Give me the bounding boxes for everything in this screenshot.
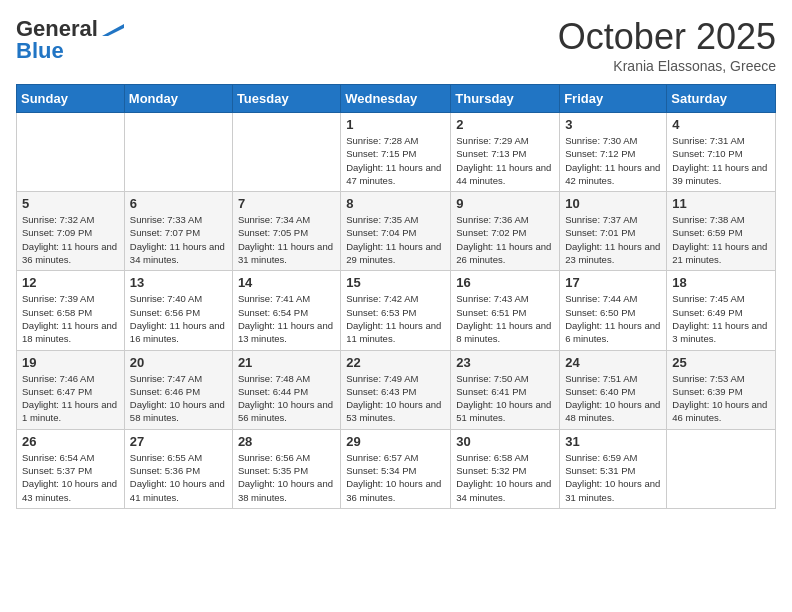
day-info: Sunrise: 7:49 AM Sunset: 6:43 PM Dayligh… bbox=[346, 372, 445, 425]
day-info: Sunrise: 7:44 AM Sunset: 6:50 PM Dayligh… bbox=[565, 292, 661, 345]
month-title: October 2025 bbox=[558, 16, 776, 58]
col-header-saturday: Saturday bbox=[667, 85, 776, 113]
day-info: Sunrise: 7:28 AM Sunset: 7:15 PM Dayligh… bbox=[346, 134, 445, 187]
calendar-cell: 19Sunrise: 7:46 AM Sunset: 6:47 PM Dayli… bbox=[17, 350, 125, 429]
day-number: 26 bbox=[22, 434, 119, 449]
day-number: 29 bbox=[346, 434, 445, 449]
calendar-cell: 21Sunrise: 7:48 AM Sunset: 6:44 PM Dayli… bbox=[232, 350, 340, 429]
calendar-cell: 8Sunrise: 7:35 AM Sunset: 7:04 PM Daylig… bbox=[341, 192, 451, 271]
calendar-cell bbox=[667, 429, 776, 508]
day-info: Sunrise: 7:45 AM Sunset: 6:49 PM Dayligh… bbox=[672, 292, 770, 345]
calendar-cell: 16Sunrise: 7:43 AM Sunset: 6:51 PM Dayli… bbox=[451, 271, 560, 350]
calendar-week-row: 26Sunrise: 6:54 AM Sunset: 5:37 PM Dayli… bbox=[17, 429, 776, 508]
col-header-sunday: Sunday bbox=[17, 85, 125, 113]
day-number: 24 bbox=[565, 355, 661, 370]
calendar-cell: 29Sunrise: 6:57 AM Sunset: 5:34 PM Dayli… bbox=[341, 429, 451, 508]
day-number: 27 bbox=[130, 434, 227, 449]
calendar-cell: 20Sunrise: 7:47 AM Sunset: 6:46 PM Dayli… bbox=[124, 350, 232, 429]
calendar-cell: 22Sunrise: 7:49 AM Sunset: 6:43 PM Dayli… bbox=[341, 350, 451, 429]
logo-icon bbox=[102, 20, 124, 36]
day-info: Sunrise: 7:42 AM Sunset: 6:53 PM Dayligh… bbox=[346, 292, 445, 345]
day-info: Sunrise: 7:38 AM Sunset: 6:59 PM Dayligh… bbox=[672, 213, 770, 266]
day-info: Sunrise: 7:48 AM Sunset: 6:44 PM Dayligh… bbox=[238, 372, 335, 425]
day-number: 19 bbox=[22, 355, 119, 370]
calendar-cell: 1Sunrise: 7:28 AM Sunset: 7:15 PM Daylig… bbox=[341, 113, 451, 192]
day-info: Sunrise: 7:31 AM Sunset: 7:10 PM Dayligh… bbox=[672, 134, 770, 187]
day-info: Sunrise: 7:32 AM Sunset: 7:09 PM Dayligh… bbox=[22, 213, 119, 266]
day-number: 4 bbox=[672, 117, 770, 132]
calendar-cell: 6Sunrise: 7:33 AM Sunset: 7:07 PM Daylig… bbox=[124, 192, 232, 271]
day-number: 2 bbox=[456, 117, 554, 132]
day-number: 23 bbox=[456, 355, 554, 370]
logo-blue: Blue bbox=[16, 38, 64, 63]
day-info: Sunrise: 7:53 AM Sunset: 6:39 PM Dayligh… bbox=[672, 372, 770, 425]
day-info: Sunrise: 6:58 AM Sunset: 5:32 PM Dayligh… bbox=[456, 451, 554, 504]
calendar-cell: 4Sunrise: 7:31 AM Sunset: 7:10 PM Daylig… bbox=[667, 113, 776, 192]
day-number: 13 bbox=[130, 275, 227, 290]
calendar-cell: 23Sunrise: 7:50 AM Sunset: 6:41 PM Dayli… bbox=[451, 350, 560, 429]
day-number: 20 bbox=[130, 355, 227, 370]
day-info: Sunrise: 7:39 AM Sunset: 6:58 PM Dayligh… bbox=[22, 292, 119, 345]
calendar-table: SundayMondayTuesdayWednesdayThursdayFrid… bbox=[16, 84, 776, 509]
day-info: Sunrise: 7:30 AM Sunset: 7:12 PM Dayligh… bbox=[565, 134, 661, 187]
day-number: 18 bbox=[672, 275, 770, 290]
calendar-cell: 26Sunrise: 6:54 AM Sunset: 5:37 PM Dayli… bbox=[17, 429, 125, 508]
col-header-friday: Friday bbox=[560, 85, 667, 113]
calendar-cell: 28Sunrise: 6:56 AM Sunset: 5:35 PM Dayli… bbox=[232, 429, 340, 508]
day-number: 6 bbox=[130, 196, 227, 211]
calendar-cell: 25Sunrise: 7:53 AM Sunset: 6:39 PM Dayli… bbox=[667, 350, 776, 429]
day-number: 12 bbox=[22, 275, 119, 290]
calendar-week-row: 12Sunrise: 7:39 AM Sunset: 6:58 PM Dayli… bbox=[17, 271, 776, 350]
day-info: Sunrise: 7:43 AM Sunset: 6:51 PM Dayligh… bbox=[456, 292, 554, 345]
calendar-cell bbox=[17, 113, 125, 192]
col-header-tuesday: Tuesday bbox=[232, 85, 340, 113]
calendar-cell: 15Sunrise: 7:42 AM Sunset: 6:53 PM Dayli… bbox=[341, 271, 451, 350]
day-info: Sunrise: 6:57 AM Sunset: 5:34 PM Dayligh… bbox=[346, 451, 445, 504]
calendar-cell: 24Sunrise: 7:51 AM Sunset: 6:40 PM Dayli… bbox=[560, 350, 667, 429]
day-number: 25 bbox=[672, 355, 770, 370]
day-number: 17 bbox=[565, 275, 661, 290]
calendar-cell: 10Sunrise: 7:37 AM Sunset: 7:01 PM Dayli… bbox=[560, 192, 667, 271]
day-info: Sunrise: 7:36 AM Sunset: 7:02 PM Dayligh… bbox=[456, 213, 554, 266]
day-number: 10 bbox=[565, 196, 661, 211]
day-number: 5 bbox=[22, 196, 119, 211]
day-number: 15 bbox=[346, 275, 445, 290]
day-info: Sunrise: 7:37 AM Sunset: 7:01 PM Dayligh… bbox=[565, 213, 661, 266]
day-info: Sunrise: 6:59 AM Sunset: 5:31 PM Dayligh… bbox=[565, 451, 661, 504]
col-header-thursday: Thursday bbox=[451, 85, 560, 113]
day-number: 9 bbox=[456, 196, 554, 211]
day-info: Sunrise: 7:41 AM Sunset: 6:54 PM Dayligh… bbox=[238, 292, 335, 345]
day-info: Sunrise: 7:33 AM Sunset: 7:07 PM Dayligh… bbox=[130, 213, 227, 266]
calendar-cell: 2Sunrise: 7:29 AM Sunset: 7:13 PM Daylig… bbox=[451, 113, 560, 192]
calendar-cell: 18Sunrise: 7:45 AM Sunset: 6:49 PM Dayli… bbox=[667, 271, 776, 350]
day-info: Sunrise: 7:50 AM Sunset: 6:41 PM Dayligh… bbox=[456, 372, 554, 425]
col-header-monday: Monday bbox=[124, 85, 232, 113]
calendar-cell bbox=[232, 113, 340, 192]
day-info: Sunrise: 6:56 AM Sunset: 5:35 PM Dayligh… bbox=[238, 451, 335, 504]
day-info: Sunrise: 6:54 AM Sunset: 5:37 PM Dayligh… bbox=[22, 451, 119, 504]
page-header: General Blue October 2025 Krania Elasson… bbox=[16, 16, 776, 74]
calendar-cell: 9Sunrise: 7:36 AM Sunset: 7:02 PM Daylig… bbox=[451, 192, 560, 271]
calendar-week-row: 1Sunrise: 7:28 AM Sunset: 7:15 PM Daylig… bbox=[17, 113, 776, 192]
day-info: Sunrise: 7:35 AM Sunset: 7:04 PM Dayligh… bbox=[346, 213, 445, 266]
calendar-cell bbox=[124, 113, 232, 192]
title-block: October 2025 Krania Elassonas, Greece bbox=[558, 16, 776, 74]
day-number: 21 bbox=[238, 355, 335, 370]
calendar-cell: 14Sunrise: 7:41 AM Sunset: 6:54 PM Dayli… bbox=[232, 271, 340, 350]
day-number: 14 bbox=[238, 275, 335, 290]
calendar-week-row: 19Sunrise: 7:46 AM Sunset: 6:47 PM Dayli… bbox=[17, 350, 776, 429]
logo: General Blue bbox=[16, 16, 124, 64]
day-info: Sunrise: 7:29 AM Sunset: 7:13 PM Dayligh… bbox=[456, 134, 554, 187]
day-info: Sunrise: 6:55 AM Sunset: 5:36 PM Dayligh… bbox=[130, 451, 227, 504]
calendar-header-row: SundayMondayTuesdayWednesdayThursdayFrid… bbox=[17, 85, 776, 113]
calendar-cell: 13Sunrise: 7:40 AM Sunset: 6:56 PM Dayli… bbox=[124, 271, 232, 350]
calendar-cell: 30Sunrise: 6:58 AM Sunset: 5:32 PM Dayli… bbox=[451, 429, 560, 508]
calendar-cell: 17Sunrise: 7:44 AM Sunset: 6:50 PM Dayli… bbox=[560, 271, 667, 350]
day-number: 7 bbox=[238, 196, 335, 211]
calendar-cell: 12Sunrise: 7:39 AM Sunset: 6:58 PM Dayli… bbox=[17, 271, 125, 350]
day-number: 3 bbox=[565, 117, 661, 132]
calendar-week-row: 5Sunrise: 7:32 AM Sunset: 7:09 PM Daylig… bbox=[17, 192, 776, 271]
calendar-cell: 7Sunrise: 7:34 AM Sunset: 7:05 PM Daylig… bbox=[232, 192, 340, 271]
day-info: Sunrise: 7:47 AM Sunset: 6:46 PM Dayligh… bbox=[130, 372, 227, 425]
calendar-cell: 11Sunrise: 7:38 AM Sunset: 6:59 PM Dayli… bbox=[667, 192, 776, 271]
